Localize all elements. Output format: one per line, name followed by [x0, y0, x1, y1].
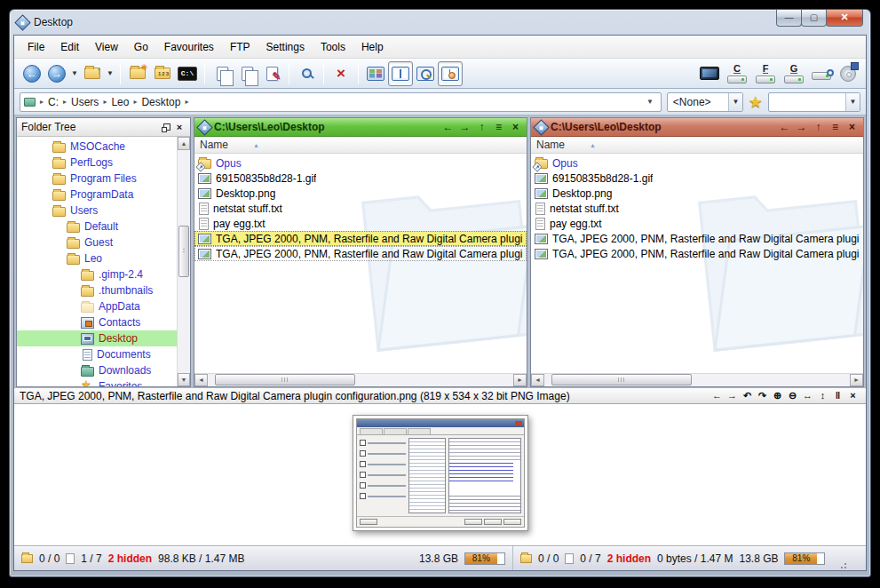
- tree-item-msocache[interactable]: MSOCache: [17, 139, 177, 155]
- pane-up-button[interactable]: ↑: [475, 121, 488, 133]
- scroll-left-icon[interactable]: ◄: [194, 374, 208, 386]
- tree-item-downloads[interactable]: Downloads: [17, 362, 177, 378]
- viewer-next-button[interactable]: →: [725, 390, 740, 401]
- scroll-right-icon[interactable]: ►: [513, 374, 527, 386]
- column-header-name[interactable]: Name▲: [194, 137, 527, 154]
- viewer-pane-button[interactable]: [438, 61, 463, 86]
- viewer-fit-button[interactable]: ↔: [800, 390, 815, 401]
- menu-item-edit[interactable]: Edit: [52, 38, 87, 56]
- breadcrumb-segment[interactable]: ▸Desktop: [129, 96, 180, 108]
- favorites-dropdown[interactable]: <None> ▼: [667, 92, 743, 112]
- tree-item-desktop[interactable]: Desktop: [17, 330, 177, 346]
- favorites-star-icon[interactable]: ★: [749, 92, 763, 112]
- delete-button[interactable]: ×: [329, 61, 353, 86]
- menu-item-settings[interactable]: Settings: [258, 38, 313, 56]
- scrollbar-track[interactable]: [208, 374, 513, 386]
- file-row[interactable]: TGA, JPEG 2000, PNM, Rasterfile and Raw …: [531, 231, 863, 246]
- file-row[interactable]: TGA, JPEG 2000, PNM, Rasterfile and Raw …: [194, 246, 527, 261]
- viewer-prev-button[interactable]: ←: [710, 390, 725, 401]
- tree-item-users[interactable]: Users: [17, 203, 177, 219]
- tree-item-leo[interactable]: Leo: [17, 250, 177, 266]
- viewer-rotate-right-button[interactable]: ↷: [755, 390, 770, 401]
- menu-item-view[interactable]: View: [87, 38, 126, 56]
- horizontal-scrollbar[interactable]: ◄►: [194, 373, 527, 386]
- find-panel-button[interactable]: [413, 61, 438, 86]
- pane-menu-button[interactable]: ≡: [828, 121, 842, 133]
- file-row[interactable]: netstat stuff.txt: [194, 201, 527, 216]
- find-drive-button[interactable]: [809, 61, 834, 86]
- tree-item-favorites[interactable]: Favorites: [17, 378, 177, 386]
- file-row[interactable]: Desktop.png: [531, 186, 863, 201]
- forward-button[interactable]: →: [44, 61, 69, 86]
- menu-item-favourites[interactable]: Favourites: [156, 38, 222, 56]
- back-history-dropdown[interactable]: ▼: [69, 61, 80, 86]
- new-folder-button[interactable]: ✳: [125, 61, 150, 86]
- tree-vertical-scrollbar[interactable]: ▲ ▼: [177, 137, 190, 386]
- file-row[interactable]: pay egg.txt: [194, 216, 527, 231]
- viewer-pause-button[interactable]: ‖: [830, 390, 845, 401]
- edit-button[interactable]: ✎: [259, 61, 284, 86]
- dual-pane-button[interactable]: [388, 61, 413, 86]
- pane-menu-button[interactable]: ≡: [492, 121, 505, 133]
- duplicate-button[interactable]: [234, 61, 259, 86]
- scroll-right-icon[interactable]: ►: [850, 374, 863, 386]
- menu-item-tools[interactable]: Tools: [313, 38, 353, 56]
- pane-close-button[interactable]: ×: [845, 121, 859, 133]
- close-button[interactable]: ✕: [826, 10, 863, 27]
- file-row[interactable]: TGA, JPEG 2000, PNM, Rasterfile and Raw …: [194, 231, 527, 246]
- tree-item-programdata[interactable]: ProgramData: [17, 187, 177, 203]
- chevron-down-icon[interactable]: ▼: [643, 98, 657, 106]
- scroll-up-icon[interactable]: ▲: [178, 137, 190, 150]
- drive-c-button[interactable]: C: [724, 61, 750, 86]
- viewer-rotate-left-button[interactable]: ↶: [740, 390, 755, 401]
- back-button[interactable]: ←: [20, 61, 44, 86]
- horizontal-scrollbar[interactable]: ◄►: [531, 373, 863, 386]
- chevron-down-icon[interactable]: ▼: [728, 93, 742, 111]
- viewer-close-button[interactable]: ×: [845, 390, 860, 401]
- resize-grip[interactable]: [836, 560, 847, 570]
- maximize-button[interactable]: ▢: [801, 10, 827, 27]
- menu-item-ftp[interactable]: FTP: [222, 38, 258, 56]
- tree-item-program-files[interactable]: Program Files: [17, 171, 177, 187]
- minimize-button[interactable]: —: [776, 10, 802, 27]
- file-row[interactable]: 69150835b8d28-1.gif: [194, 171, 527, 186]
- pane-forward-button[interactable]: →: [795, 121, 808, 133]
- filter-dropdown[interactable]: ▼: [768, 92, 860, 112]
- scrollbar-thumb[interactable]: [551, 374, 692, 385]
- menu-item-file[interactable]: File: [20, 38, 52, 56]
- up-dropdown[interactable]: ▼: [105, 61, 115, 86]
- scrollbar-thumb[interactable]: [215, 374, 355, 385]
- pane-header-destination[interactable]: C:\Users\Leo\Desktop←→↑≡×: [531, 118, 863, 137]
- viewer-actual-size-button[interactable]: ↕: [815, 390, 830, 401]
- tree-item-appdata[interactable]: AppData: [17, 298, 177, 314]
- pane-up-button[interactable]: ↑: [812, 121, 825, 133]
- tree-item-default[interactable]: Default: [17, 219, 177, 234]
- scroll-down-icon[interactable]: ▼: [178, 373, 190, 386]
- close-tree-icon[interactable]: ×: [173, 122, 186, 132]
- pane-close-button[interactable]: ×: [509, 121, 522, 133]
- copy-button[interactable]: [210, 61, 234, 86]
- drive-g-button[interactable]: G: [781, 61, 807, 86]
- file-row[interactable]: pay egg.txt: [531, 216, 863, 231]
- file-row[interactable]: netstat stuff.txt: [531, 201, 863, 216]
- tree-item-perflogs[interactable]: PerfLogs: [17, 155, 177, 171]
- scrollbar-thumb[interactable]: [178, 226, 189, 277]
- drive-f-button[interactable]: F: [752, 61, 779, 86]
- tree-item--thumbnails[interactable]: .thumbnails: [17, 282, 177, 298]
- tree-item-guest[interactable]: Guest: [17, 234, 177, 250]
- pane-back-button[interactable]: ←: [778, 121, 791, 133]
- tree-item-documents[interactable]: Documents: [17, 346, 177, 362]
- command-prompt-button[interactable]: C:\: [175, 61, 200, 86]
- pane-forward-button[interactable]: →: [458, 121, 472, 133]
- column-header-name[interactable]: Name▲: [531, 137, 863, 154]
- thumbnails-view-button[interactable]: [363, 61, 388, 86]
- chevron-down-icon[interactable]: ▼: [845, 93, 860, 111]
- find-button[interactable]: [294, 61, 319, 86]
- breadcrumb-segment[interactable]: ▸Users: [59, 96, 99, 108]
- unpin-icon[interactable]: [161, 122, 173, 132]
- desktop-button[interactable]: [697, 61, 722, 86]
- file-row[interactable]: Opus: [194, 155, 527, 171]
- menu-item-help[interactable]: Help: [353, 38, 392, 56]
- scroll-left-icon[interactable]: ◄: [531, 374, 544, 386]
- file-row[interactable]: TGA, JPEG 2000, PNM, Rasterfile and Raw …: [531, 246, 863, 261]
